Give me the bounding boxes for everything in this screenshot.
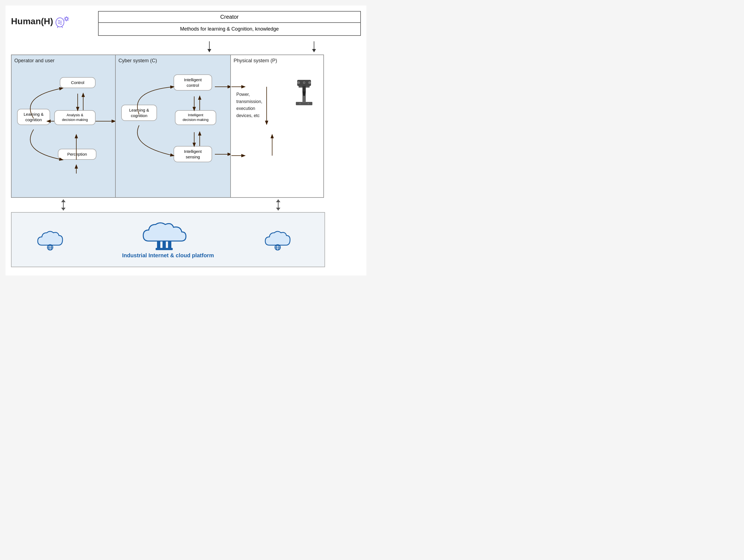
svg-rect-39 <box>161 248 167 250</box>
systems-row: Operator and user Control Analysis &deci… <box>11 54 361 198</box>
cyber-arrow-down <box>151 41 267 52</box>
physical-text: Power,transmission,executiondevices, etc <box>236 91 262 119</box>
op-vert-arrow <box>11 199 116 211</box>
svg-point-22 <box>299 103 300 104</box>
svg-point-21 <box>303 82 305 83</box>
cy-learning-node: Learning &cognition <box>121 105 157 121</box>
creator-section: Creator Methods for learning & Cognition… <box>81 11 361 36</box>
control-node: Control <box>60 77 96 88</box>
analysis-node: Analysis &decision-making <box>54 110 96 125</box>
svg-point-0 <box>65 17 68 20</box>
operator-box: Operator and user Control Analysis &deci… <box>11 54 116 198</box>
creator-box: Creator Methods for learning & Cognition… <box>98 11 361 36</box>
cloud-platform-row: Industrial Internet & cloud platform <box>11 212 325 267</box>
svg-point-23 <box>308 103 309 104</box>
svg-line-11 <box>62 27 63 28</box>
phys-vert-arrow <box>231 199 325 211</box>
phys-double-arrow-svg <box>275 199 282 211</box>
perception-node: Perception <box>58 149 97 160</box>
drill-press-svg <box>290 77 318 107</box>
svg-rect-38 <box>156 248 162 250</box>
human-text: Human(H) <box>11 16 53 27</box>
svg-line-10 <box>57 27 58 28</box>
cloud-left <box>36 229 72 251</box>
svg-marker-28 <box>276 199 281 202</box>
svg-marker-26 <box>61 208 66 211</box>
machine-icon <box>290 77 318 109</box>
operator-arrows-svg <box>11 55 116 198</box>
op-learning-node: Learning &cognition <box>17 109 50 125</box>
svg-line-6 <box>68 20 68 21</box>
creator-arrow-row <box>88 41 361 52</box>
main-container: Human(H) <box>5 5 366 275</box>
physical-arrow-down <box>267 41 361 52</box>
creator-subtitle: Methods for learning & Cognition, knowle… <box>99 23 360 35</box>
cloud-right-svg <box>264 229 300 251</box>
intelligent-control-node: Intelligentcontrol <box>174 74 212 90</box>
cloud-center: Industrial Internet & cloud platform <box>122 220 214 259</box>
op-double-arrow-svg <box>60 199 67 211</box>
cloud-left-svg <box>36 229 72 251</box>
human-label: Human(H) <box>11 14 71 29</box>
svg-line-5 <box>65 17 66 18</box>
cloud-center-label: Industrial Internet & cloud platform <box>122 252 214 259</box>
physical-arrows-svg <box>231 55 325 198</box>
operator-title: Operator and user <box>14 58 112 64</box>
physical-title: Physical system (P) <box>233 58 321 64</box>
header-area: Human(H) <box>11 11 361 36</box>
cloud-center-svg <box>141 220 195 251</box>
svg-marker-29 <box>276 208 281 211</box>
bottom-arrows-row <box>11 198 325 212</box>
creator-title: Creator <box>99 11 360 23</box>
cyber-box: Cyber system (C) Learning &cognition Int… <box>115 54 231 198</box>
intelligent-sensing-node: Intelligentsensing <box>174 146 212 162</box>
svg-rect-40 <box>166 248 173 250</box>
cloud-right <box>264 229 300 251</box>
brain-gear-icon <box>55 14 71 29</box>
svg-rect-16 <box>302 86 306 91</box>
svg-point-19 <box>308 81 311 84</box>
svg-marker-25 <box>61 199 66 202</box>
cy-vert-space <box>116 199 231 211</box>
cyber-title: Cyber system (C) <box>118 58 227 64</box>
physical-box: Physical system (P) Power,transmission,e… <box>230 54 324 198</box>
svg-line-7 <box>65 20 66 21</box>
svg-line-8 <box>68 17 68 18</box>
intelligent-decision-node: Intelligentdecision-making <box>175 110 216 125</box>
svg-point-18 <box>297 81 300 84</box>
